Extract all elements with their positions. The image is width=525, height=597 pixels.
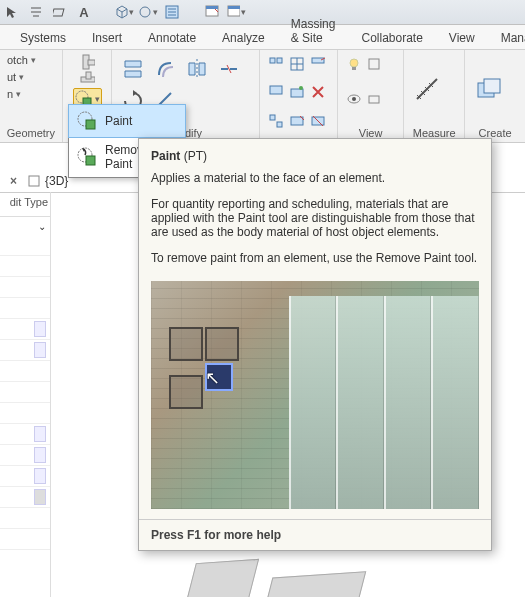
- window2-icon[interactable]: ▾: [226, 2, 246, 22]
- text-icon[interactable]: A: [74, 2, 94, 22]
- property-row[interactable]: [0, 508, 50, 529]
- properties-panel: dit Type ⌄: [0, 192, 51, 597]
- list-toggle-icon[interactable]: [162, 2, 182, 22]
- svg-rect-4: [206, 6, 218, 9]
- beam-join-icon[interactable]: [79, 71, 95, 87]
- tooltip-image: ↖: [151, 281, 479, 509]
- property-row[interactable]: [0, 361, 50, 382]
- svg-rect-22: [291, 117, 303, 125]
- svg-rect-8: [88, 60, 95, 65]
- cut-label: ut: [7, 71, 16, 83]
- property-row[interactable]: [0, 277, 50, 298]
- svg-point-28: [352, 97, 356, 101]
- svg-point-1: [140, 7, 150, 17]
- view-sheet-icon: [27, 174, 41, 188]
- tab-collaborate[interactable]: Collaborate: [349, 27, 434, 49]
- property-row[interactable]: [0, 403, 50, 424]
- tooltip-line2: For quantity reporting and scheduling, m…: [151, 197, 479, 239]
- svg-rect-31: [484, 79, 500, 93]
- svg-rect-25: [352, 67, 356, 70]
- svg-rect-29: [369, 96, 379, 103]
- wall-join-icon[interactable]: [79, 54, 95, 70]
- notch-button[interactable]: otch▾: [4, 52, 39, 68]
- tab-annotate[interactable]: Annotate: [136, 27, 208, 49]
- delete-icon[interactable]: [310, 84, 326, 100]
- cube-icon[interactable]: ▾: [114, 2, 134, 22]
- offset-tool-icon[interactable]: [151, 55, 179, 83]
- property-row[interactable]: [0, 235, 50, 256]
- svg-rect-17: [270, 86, 282, 94]
- property-row[interactable]: [0, 319, 50, 340]
- filter-icon[interactable]: [366, 56, 382, 72]
- tab-analyze[interactable]: Analyze: [210, 27, 277, 49]
- remove-paint-icon: [77, 147, 97, 167]
- svg-point-19: [299, 86, 303, 90]
- grid8-icon[interactable]: [310, 113, 326, 129]
- svg-rect-33: [86, 120, 95, 129]
- bulb-icon[interactable]: [346, 56, 362, 72]
- align-icon[interactable]: [26, 2, 46, 22]
- svg-point-24: [350, 59, 358, 67]
- tab-insert[interactable]: Insert: [80, 27, 134, 49]
- grid2-icon[interactable]: [289, 56, 305, 72]
- svg-rect-13: [270, 58, 275, 63]
- create-icon[interactable]: [474, 75, 502, 103]
- hide-icon[interactable]: [366, 91, 382, 107]
- svg-rect-35: [86, 156, 95, 165]
- close-view-button[interactable]: ×: [4, 172, 23, 190]
- grid3-icon[interactable]: [310, 56, 326, 72]
- shape-icon[interactable]: ▾: [138, 2, 158, 22]
- geometry-panel-label: Geometry: [7, 126, 55, 140]
- join-button[interactable]: n▾: [4, 86, 24, 102]
- svg-rect-16: [312, 58, 324, 63]
- split-tool-icon[interactable]: [215, 55, 243, 83]
- tooltip-footer: Press F1 for more help: [139, 519, 491, 550]
- property-row[interactable]: [0, 424, 50, 445]
- property-row[interactable]: [0, 445, 50, 466]
- window1-icon[interactable]: [202, 2, 222, 22]
- tooltip-line1: Applies a material to the face of an ele…: [151, 171, 479, 185]
- svg-rect-20: [270, 115, 275, 120]
- svg-rect-21: [277, 122, 282, 127]
- tab-manage[interactable]: Manage: [489, 27, 525, 49]
- tab-systems[interactable]: Systems: [8, 27, 78, 49]
- svg-rect-10: [86, 72, 91, 79]
- property-row[interactable]: [0, 529, 50, 550]
- property-row[interactable]: [0, 382, 50, 403]
- svg-rect-14: [277, 58, 282, 63]
- align-tool-icon[interactable]: [119, 55, 147, 83]
- cursor-icon: ↖: [205, 367, 220, 389]
- svg-rect-36: [29, 176, 39, 186]
- eye-icon[interactable]: [346, 91, 362, 107]
- property-row[interactable]: [0, 298, 50, 319]
- mirror-tool-icon[interactable]: [183, 55, 211, 83]
- tab-view[interactable]: View: [437, 27, 487, 49]
- expand-icon[interactable]: ⌄: [38, 221, 46, 232]
- view-3d-tab[interactable]: {3D}: [45, 174, 68, 188]
- edit-type-button[interactable]: dit Type: [0, 192, 50, 217]
- property-row[interactable]: [0, 466, 50, 487]
- property-row[interactable]: [0, 256, 50, 277]
- ribbon-tab-bar: Systems Insert Annotate Analyze Massing …: [0, 25, 525, 50]
- grid5-icon[interactable]: [289, 84, 305, 100]
- join-label: n: [7, 88, 13, 100]
- paint-icon: [77, 111, 97, 131]
- grid1-icon[interactable]: [268, 56, 284, 72]
- property-row[interactable]: [0, 487, 50, 508]
- grid6-icon[interactable]: [268, 113, 284, 129]
- quick-access-toolbar: A ▾ ▾ ▾: [0, 0, 525, 25]
- tooltip-shortcut: (PT): [184, 149, 207, 163]
- grid4-icon[interactable]: [268, 84, 284, 100]
- property-row[interactable]: [0, 340, 50, 361]
- tab-massing[interactable]: Massing & Site: [279, 13, 348, 49]
- tooltip-line3: To remove paint from an element, use the…: [151, 251, 479, 265]
- cut-button[interactable]: ut▾: [4, 69, 27, 85]
- svg-rect-0: [53, 9, 64, 16]
- select-icon[interactable]: [2, 2, 22, 22]
- dropdown-paint[interactable]: Paint: [68, 104, 186, 138]
- paint-label: Paint: [105, 114, 132, 128]
- grid7-icon[interactable]: [289, 113, 305, 129]
- workplane-icon[interactable]: [50, 2, 70, 22]
- measure-icon[interactable]: [413, 75, 441, 103]
- svg-rect-18: [291, 89, 303, 97]
